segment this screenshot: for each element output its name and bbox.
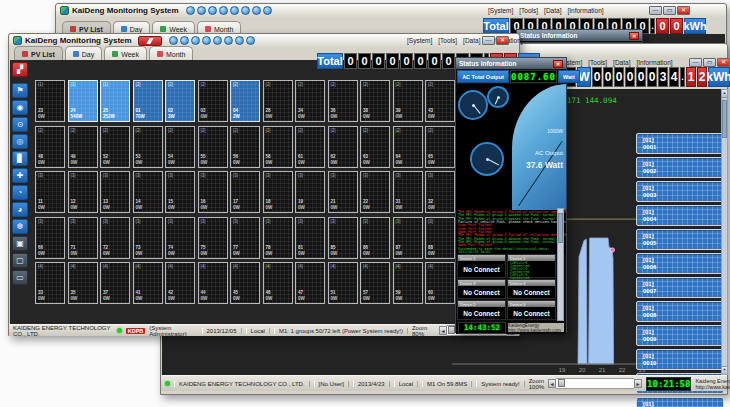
pv-panel[interactable]: [3]310W [393,171,423,213]
sidebar-health-icon[interactable]: ✚ [12,168,28,183]
close-icon[interactable]: ✕ [553,60,563,68]
zoom-slider[interactable]: ◄ ► [548,379,642,388]
pv-panel[interactable]: [4]460W [263,262,293,304]
sidebar-clock-icon[interactable]: ◔ [12,185,28,200]
pv-panel[interactable]: [3]130W [100,171,130,213]
pv-panel[interactable]: [2]042W [230,80,260,122]
slider-thumb[interactable] [558,379,565,387]
pv-panel[interactable]: [3]180W [263,171,293,213]
tab-pv-list[interactable]: PV List [14,46,63,61]
menu-tools[interactable]: [Tools] [438,37,457,44]
lock-icon[interactable] [197,6,206,15]
device-button-0003[interactable]: [01]0003 [636,181,724,202]
pv-panel[interactable]: [3]320W [425,171,455,213]
chart-icon[interactable] [219,6,228,15]
device-button-0004[interactable]: [01]0004 [636,205,724,226]
pv-panel[interactable]: [4]450W [230,262,260,304]
pv-panel[interactable]: [4]350W [68,262,98,304]
pv-panel[interactable]: [1]25252W [100,80,130,122]
pv-panel[interactable]: [2]390W [393,80,423,122]
pv-panel[interactable]: [3]810W [295,217,325,259]
pv-panel[interactable]: [2]480W [35,126,65,168]
pv-panel[interactable]: [4]440W [198,262,228,304]
pv-panel[interactable]: [3]170W [230,171,260,213]
lock-icon[interactable] [180,36,189,45]
device-button-0001[interactable]: [01]0001 [636,133,724,154]
menu-data[interactable]: [Data] [544,7,561,14]
pv-panel[interactable]: [4]370W [100,262,130,304]
slider-left-icon[interactable]: ◄ [439,326,447,335]
sidebar-standby-icon[interactable]: ⊙ [12,117,28,132]
pv-panel[interactable]: [3]720W [100,217,130,259]
minimize-button[interactable]: — [482,36,495,45]
sidebar-pv-mode-icon[interactable]: ▞ [12,62,28,77]
pv-panel[interactable]: [2]630W [360,126,390,168]
pv-panel[interactable]: [2]380W [360,80,390,122]
menu-data[interactable]: [Data] [463,37,480,44]
popup2-scrollbar[interactable] [557,208,564,321]
popup1-titlebar[interactable]: Status Information ✕ [517,30,642,41]
sidebar-target-icon[interactable]: ◎ [12,134,28,149]
pv-panel[interactable]: [1]24540W [68,80,98,122]
menu-tools[interactable]: [Tools] [588,59,607,66]
pv-panel[interactable]: [3]740W [165,217,195,259]
pv-panel[interactable]: [3]850W [328,217,358,259]
settings-icon[interactable] [169,36,178,45]
pv-panel[interactable]: [3]780W [263,217,293,259]
panel-icon[interactable] [191,36,200,45]
pv-panel[interactable]: [2]580W [263,126,293,168]
help-icon[interactable] [235,36,244,45]
pin-icon[interactable] [224,36,233,45]
pv-panel[interactable]: [4]330W [35,262,65,304]
pv-panel[interactable]: [2]640W [393,126,423,168]
sidebar-snow-icon[interactable]: ❆ [12,219,28,234]
device-button-0008[interactable]: [01]0008 [636,301,724,322]
slider-right-icon[interactable]: ► [634,379,642,388]
close-button[interactable]: ✕ [717,58,730,67]
sidebar-camera-icon[interactable]: ▣ [12,236,28,251]
maximize-button[interactable]: ▭ [663,6,676,15]
pv-panel[interactable]: [2]490W [68,126,98,168]
sidebar-pie-icon[interactable]: ◕ [12,202,28,217]
scroll-thumb[interactable] [722,100,727,138]
pv-panel[interactable]: [2]560W [230,126,260,168]
pv-panel[interactable]: [2]280W [263,80,293,122]
device-button-0005[interactable]: [01]0005 [636,229,724,250]
pv-panel[interactable]: [2]340W [295,80,325,122]
pv-panel[interactable]: [3]660W [35,217,65,259]
pv-panel[interactable]: [3]110W [35,171,65,213]
pv-panel[interactable]: [3]750W [198,217,228,259]
minimize-button[interactable]: — [649,6,662,15]
pv-panel[interactable]: [2]520W [100,126,130,168]
popup2-titlebar[interactable]: Status Information ✕ [456,58,566,69]
pv-panel[interactable]: [2]030W [198,80,228,122]
menu-information[interactable]: [Information] [567,7,603,14]
pv-panel[interactable]: [4]510W [328,262,358,304]
settings-icon[interactable] [186,6,195,15]
pv-panel[interactable]: [3]190W [295,171,325,213]
pv-panel[interactable]: [3]880W [425,217,455,259]
pv-panel[interactable]: [3]160W [198,171,228,213]
minimize-button[interactable]: — [689,58,702,67]
device-button-0007[interactable]: [01]0007 [636,277,724,298]
pv-panel[interactable]: [3]770W [230,217,260,259]
tab-day[interactable]: Day [65,46,102,61]
slider-thumb[interactable] [448,326,455,334]
sidebar-power-icon[interactable]: ◉ [12,100,28,115]
tab-month[interactable]: Month [149,46,193,61]
pv-panel[interactable]: [2]550W [198,126,228,168]
pv-panel[interactable]: [3]730W [133,217,163,259]
website-text[interactable]: Kaideng Energy http://www.kaidengdy.com [695,378,730,390]
menu-tools[interactable]: [Tools] [519,7,538,14]
pv-panel[interactable]: [2]530W [133,126,163,168]
chart-icon[interactable] [202,36,211,45]
close-icon[interactable]: ✕ [629,32,639,40]
pv-panel[interactable]: [2]0170W [133,80,163,122]
scroll-thumb[interactable] [558,213,563,243]
device-button-0009[interactable]: [01]0009 [636,325,724,346]
pv-panel[interactable]: [4]410W [133,262,163,304]
tab-week[interactable]: Week [104,46,147,61]
maximize-button[interactable]: ▭ [703,58,716,67]
info-icon[interactable] [263,6,272,15]
close-button[interactable]: ✕ [496,36,509,45]
